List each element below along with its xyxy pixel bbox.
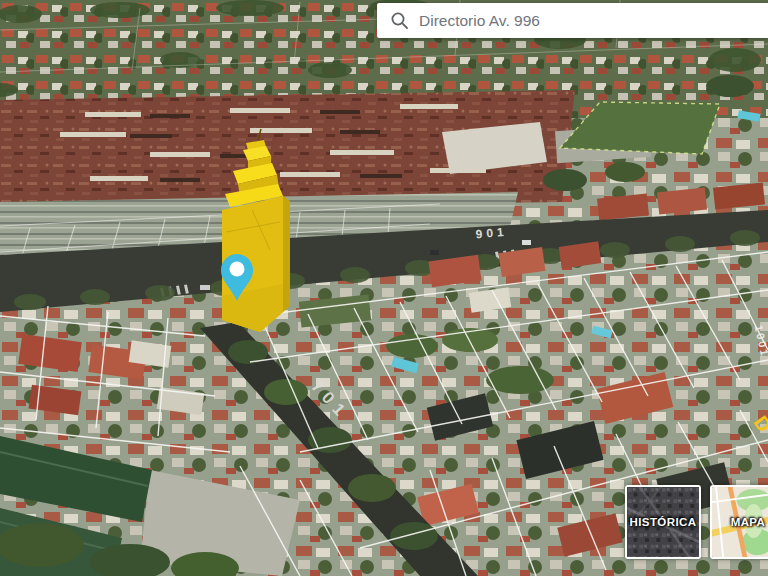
layer-button-mapa[interactable]: MAPA [710,485,768,559]
layer-button-historica-label: HISTÓRICA [627,487,699,557]
street-number-901: 901 [475,225,508,242]
search-input[interactable] [419,3,768,38]
search-bar[interactable] [377,3,768,38]
layer-button-historica[interactable]: HISTÓRICA [625,485,701,559]
search-icon [390,11,409,30]
map-viewport[interactable]: 901 [0,0,768,576]
layer-button-mapa-label: MAPA [712,487,768,557]
